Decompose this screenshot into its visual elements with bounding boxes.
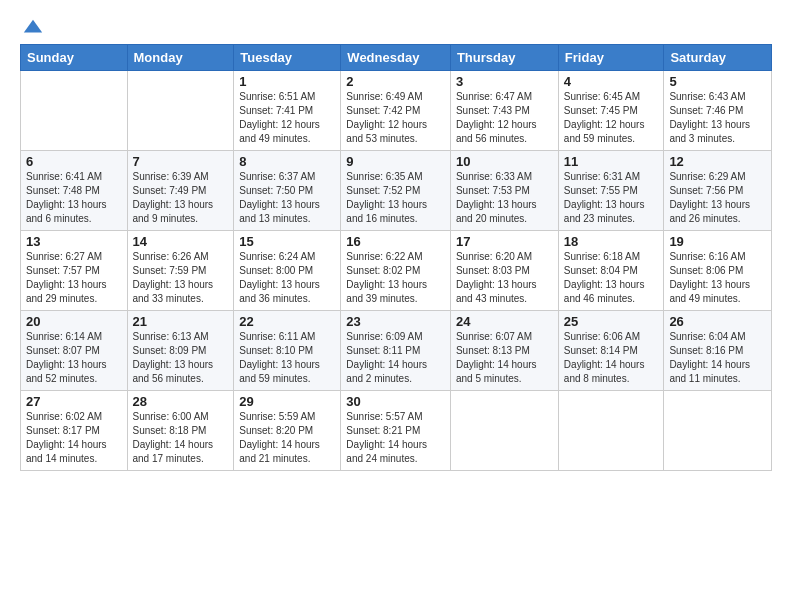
day-number: 24 <box>456 314 553 329</box>
day-info: Sunrise: 6:14 AMSunset: 8:07 PMDaylight:… <box>26 330 122 386</box>
day-number: 10 <box>456 154 553 169</box>
header <box>20 18 772 38</box>
week-row-5: 27Sunrise: 6:02 AMSunset: 8:17 PMDayligh… <box>21 391 772 471</box>
calendar-cell: 28Sunrise: 6:00 AMSunset: 8:18 PMDayligh… <box>127 391 234 471</box>
day-number: 12 <box>669 154 766 169</box>
weekday-header-friday: Friday <box>558 45 664 71</box>
day-number: 22 <box>239 314 335 329</box>
weekday-header-thursday: Thursday <box>450 45 558 71</box>
day-number: 2 <box>346 74 445 89</box>
calendar-cell: 5Sunrise: 6:43 AMSunset: 7:46 PMDaylight… <box>664 71 772 151</box>
day-info: Sunrise: 6:18 AMSunset: 8:04 PMDaylight:… <box>564 250 659 306</box>
day-info: Sunrise: 6:09 AMSunset: 8:11 PMDaylight:… <box>346 330 445 386</box>
day-info: Sunrise: 6:33 AMSunset: 7:53 PMDaylight:… <box>456 170 553 226</box>
day-number: 26 <box>669 314 766 329</box>
calendar-cell: 9Sunrise: 6:35 AMSunset: 7:52 PMDaylight… <box>341 151 451 231</box>
calendar-cell: 18Sunrise: 6:18 AMSunset: 8:04 PMDayligh… <box>558 231 664 311</box>
day-info: Sunrise: 6:43 AMSunset: 7:46 PMDaylight:… <box>669 90 766 146</box>
day-info: Sunrise: 6:39 AMSunset: 7:49 PMDaylight:… <box>133 170 229 226</box>
day-number: 3 <box>456 74 553 89</box>
calendar-cell: 8Sunrise: 6:37 AMSunset: 7:50 PMDaylight… <box>234 151 341 231</box>
week-row-4: 20Sunrise: 6:14 AMSunset: 8:07 PMDayligh… <box>21 311 772 391</box>
day-number: 9 <box>346 154 445 169</box>
day-number: 17 <box>456 234 553 249</box>
day-info: Sunrise: 6:13 AMSunset: 8:09 PMDaylight:… <box>133 330 229 386</box>
calendar-header: SundayMondayTuesdayWednesdayThursdayFrid… <box>21 45 772 71</box>
calendar-cell: 29Sunrise: 5:59 AMSunset: 8:20 PMDayligh… <box>234 391 341 471</box>
calendar-cell: 6Sunrise: 6:41 AMSunset: 7:48 PMDaylight… <box>21 151 128 231</box>
calendar-cell <box>127 71 234 151</box>
day-number: 29 <box>239 394 335 409</box>
day-info: Sunrise: 6:29 AMSunset: 7:56 PMDaylight:… <box>669 170 766 226</box>
calendar-cell <box>450 391 558 471</box>
calendar-cell: 26Sunrise: 6:04 AMSunset: 8:16 PMDayligh… <box>664 311 772 391</box>
week-row-1: 1Sunrise: 6:51 AMSunset: 7:41 PMDaylight… <box>21 71 772 151</box>
calendar-table: SundayMondayTuesdayWednesdayThursdayFrid… <box>20 44 772 471</box>
day-number: 16 <box>346 234 445 249</box>
calendar-cell: 25Sunrise: 6:06 AMSunset: 8:14 PMDayligh… <box>558 311 664 391</box>
day-info: Sunrise: 6:51 AMSunset: 7:41 PMDaylight:… <box>239 90 335 146</box>
day-info: Sunrise: 6:20 AMSunset: 8:03 PMDaylight:… <box>456 250 553 306</box>
day-info: Sunrise: 6:07 AMSunset: 8:13 PMDaylight:… <box>456 330 553 386</box>
day-number: 25 <box>564 314 659 329</box>
day-number: 19 <box>669 234 766 249</box>
week-row-2: 6Sunrise: 6:41 AMSunset: 7:48 PMDaylight… <box>21 151 772 231</box>
day-info: Sunrise: 5:59 AMSunset: 8:20 PMDaylight:… <box>239 410 335 466</box>
calendar-cell: 3Sunrise: 6:47 AMSunset: 7:43 PMDaylight… <box>450 71 558 151</box>
day-info: Sunrise: 6:24 AMSunset: 8:00 PMDaylight:… <box>239 250 335 306</box>
calendar-cell: 17Sunrise: 6:20 AMSunset: 8:03 PMDayligh… <box>450 231 558 311</box>
calendar-cell: 11Sunrise: 6:31 AMSunset: 7:55 PMDayligh… <box>558 151 664 231</box>
calendar-cell: 2Sunrise: 6:49 AMSunset: 7:42 PMDaylight… <box>341 71 451 151</box>
calendar-cell: 24Sunrise: 6:07 AMSunset: 8:13 PMDayligh… <box>450 311 558 391</box>
svg-marker-0 <box>24 20 42 33</box>
calendar-cell: 4Sunrise: 6:45 AMSunset: 7:45 PMDaylight… <box>558 71 664 151</box>
calendar-cell: 12Sunrise: 6:29 AMSunset: 7:56 PMDayligh… <box>664 151 772 231</box>
calendar-cell: 15Sunrise: 6:24 AMSunset: 8:00 PMDayligh… <box>234 231 341 311</box>
calendar-cell <box>664 391 772 471</box>
day-info: Sunrise: 6:16 AMSunset: 8:06 PMDaylight:… <box>669 250 766 306</box>
day-info: Sunrise: 6:04 AMSunset: 8:16 PMDaylight:… <box>669 330 766 386</box>
day-number: 11 <box>564 154 659 169</box>
weekday-header-sunday: Sunday <box>21 45 128 71</box>
day-info: Sunrise: 6:41 AMSunset: 7:48 PMDaylight:… <box>26 170 122 226</box>
weekday-header-saturday: Saturday <box>664 45 772 71</box>
calendar-cell <box>558 391 664 471</box>
logo-text <box>20 18 44 38</box>
day-info: Sunrise: 6:26 AMSunset: 7:59 PMDaylight:… <box>133 250 229 306</box>
calendar-cell: 10Sunrise: 6:33 AMSunset: 7:53 PMDayligh… <box>450 151 558 231</box>
day-number: 27 <box>26 394 122 409</box>
day-number: 4 <box>564 74 659 89</box>
day-number: 28 <box>133 394 229 409</box>
calendar-cell: 30Sunrise: 5:57 AMSunset: 8:21 PMDayligh… <box>341 391 451 471</box>
weekday-header-tuesday: Tuesday <box>234 45 341 71</box>
day-info: Sunrise: 6:06 AMSunset: 8:14 PMDaylight:… <box>564 330 659 386</box>
day-info: Sunrise: 6:02 AMSunset: 8:17 PMDaylight:… <box>26 410 122 466</box>
page: SundayMondayTuesdayWednesdayThursdayFrid… <box>0 0 792 612</box>
calendar-cell: 19Sunrise: 6:16 AMSunset: 8:06 PMDayligh… <box>664 231 772 311</box>
day-number: 20 <box>26 314 122 329</box>
day-info: Sunrise: 5:57 AMSunset: 8:21 PMDaylight:… <box>346 410 445 466</box>
day-info: Sunrise: 6:35 AMSunset: 7:52 PMDaylight:… <box>346 170 445 226</box>
day-number: 6 <box>26 154 122 169</box>
logo-icon <box>22 16 44 38</box>
day-info: Sunrise: 6:37 AMSunset: 7:50 PMDaylight:… <box>239 170 335 226</box>
day-info: Sunrise: 6:49 AMSunset: 7:42 PMDaylight:… <box>346 90 445 146</box>
day-number: 23 <box>346 314 445 329</box>
day-info: Sunrise: 6:00 AMSunset: 8:18 PMDaylight:… <box>133 410 229 466</box>
day-number: 15 <box>239 234 335 249</box>
calendar-cell: 14Sunrise: 6:26 AMSunset: 7:59 PMDayligh… <box>127 231 234 311</box>
day-number: 30 <box>346 394 445 409</box>
calendar-cell: 16Sunrise: 6:22 AMSunset: 8:02 PMDayligh… <box>341 231 451 311</box>
day-info: Sunrise: 6:31 AMSunset: 7:55 PMDaylight:… <box>564 170 659 226</box>
day-number: 8 <box>239 154 335 169</box>
day-number: 21 <box>133 314 229 329</box>
day-info: Sunrise: 6:45 AMSunset: 7:45 PMDaylight:… <box>564 90 659 146</box>
week-row-3: 13Sunrise: 6:27 AMSunset: 7:57 PMDayligh… <box>21 231 772 311</box>
day-number: 5 <box>669 74 766 89</box>
day-info: Sunrise: 6:22 AMSunset: 8:02 PMDaylight:… <box>346 250 445 306</box>
calendar-cell: 27Sunrise: 6:02 AMSunset: 8:17 PMDayligh… <box>21 391 128 471</box>
day-info: Sunrise: 6:47 AMSunset: 7:43 PMDaylight:… <box>456 90 553 146</box>
day-number: 1 <box>239 74 335 89</box>
weekday-header-wednesday: Wednesday <box>341 45 451 71</box>
logo <box>20 18 44 38</box>
